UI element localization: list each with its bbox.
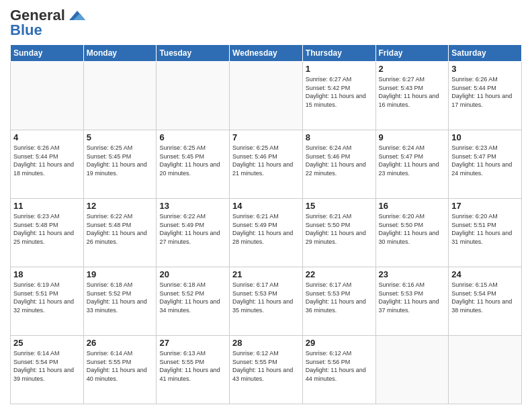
calendar-cell: 3Sunrise: 6:26 AM Sunset: 5:44 PM Daylig… bbox=[449, 62, 522, 130]
day-info: Sunrise: 6:15 AM Sunset: 5:54 PM Dayligh… bbox=[451, 281, 512, 314]
calendar-cell: 15Sunrise: 6:21 AM Sunset: 5:50 PM Dayli… bbox=[302, 199, 375, 267]
header: General Blue bbox=[10, 7, 522, 39]
day-info: Sunrise: 6:21 AM Sunset: 5:50 PM Dayligh… bbox=[306, 213, 366, 245]
day-info: Sunrise: 6:18 AM Sunset: 5:52 PM Dayligh… bbox=[159, 281, 220, 314]
weekday-header-sunday: Sunday bbox=[11, 45, 84, 62]
day-number: 14 bbox=[232, 201, 300, 211]
day-number: 2 bbox=[379, 64, 446, 74]
day-number: 25 bbox=[13, 338, 81, 348]
calendar-cell bbox=[449, 336, 522, 404]
page: General Blue SundayMondayTuesdayWednesda… bbox=[0, 0, 532, 411]
day-info: Sunrise: 6:23 AM Sunset: 5:48 PM Dayligh… bbox=[13, 213, 74, 245]
day-info: Sunrise: 6:12 AM Sunset: 5:56 PM Dayligh… bbox=[306, 350, 366, 382]
day-info: Sunrise: 6:26 AM Sunset: 5:44 PM Dayligh… bbox=[451, 76, 512, 108]
day-number: 21 bbox=[232, 269, 300, 279]
day-number: 15 bbox=[306, 201, 373, 211]
day-number: 28 bbox=[232, 338, 300, 348]
weekday-header-wednesday: Wednesday bbox=[230, 45, 303, 62]
day-info: Sunrise: 6:13 AM Sunset: 5:55 PM Dayligh… bbox=[159, 350, 220, 382]
calendar-cell: 6Sunrise: 6:25 AM Sunset: 5:45 PM Daylig… bbox=[157, 130, 230, 199]
day-number: 24 bbox=[451, 269, 519, 279]
day-number: 3 bbox=[451, 64, 519, 74]
logo: General Blue bbox=[10, 7, 88, 39]
day-info: Sunrise: 6:27 AM Sunset: 5:43 PM Dayligh… bbox=[379, 76, 439, 108]
weekday-header-thursday: Thursday bbox=[302, 45, 375, 62]
calendar-cell: 16Sunrise: 6:20 AM Sunset: 5:50 PM Dayli… bbox=[375, 199, 449, 267]
calendar-cell: 8Sunrise: 6:24 AM Sunset: 5:46 PM Daylig… bbox=[302, 130, 375, 199]
day-number: 8 bbox=[306, 132, 373, 142]
calendar-cell bbox=[11, 62, 84, 130]
calendar-cell: 12Sunrise: 6:22 AM Sunset: 5:48 PM Dayli… bbox=[83, 199, 157, 267]
logo-icon bbox=[66, 8, 88, 23]
calendar-cell: 7Sunrise: 6:25 AM Sunset: 5:46 PM Daylig… bbox=[230, 130, 303, 199]
weekday-header-friday: Friday bbox=[375, 45, 449, 62]
calendar-cell: 26Sunrise: 6:14 AM Sunset: 5:55 PM Dayli… bbox=[83, 336, 157, 404]
day-info: Sunrise: 6:24 AM Sunset: 5:47 PM Dayligh… bbox=[379, 144, 439, 177]
weekday-header-row: SundayMondayTuesdayWednesdayThursdayFrid… bbox=[11, 45, 522, 62]
day-info: Sunrise: 6:25 AM Sunset: 5:45 PM Dayligh… bbox=[159, 144, 220, 177]
calendar-cell: 25Sunrise: 6:14 AM Sunset: 5:54 PM Dayli… bbox=[11, 336, 84, 404]
calendar-row-3: 11Sunrise: 6:23 AM Sunset: 5:48 PM Dayli… bbox=[11, 199, 522, 267]
weekday-header-saturday: Saturday bbox=[449, 45, 522, 62]
calendar-cell: 28Sunrise: 6:12 AM Sunset: 5:55 PM Dayli… bbox=[230, 336, 303, 404]
day-number: 4 bbox=[13, 132, 81, 142]
day-number: 5 bbox=[87, 132, 154, 142]
day-number: 27 bbox=[159, 338, 226, 348]
calendar-cell: 18Sunrise: 6:19 AM Sunset: 5:51 PM Dayli… bbox=[11, 267, 84, 336]
day-info: Sunrise: 6:22 AM Sunset: 5:49 PM Dayligh… bbox=[159, 213, 220, 245]
logo-blue: Blue bbox=[10, 21, 42, 39]
day-number: 1 bbox=[306, 64, 373, 74]
day-info: Sunrise: 6:14 AM Sunset: 5:55 PM Dayligh… bbox=[87, 350, 147, 382]
calendar-cell bbox=[83, 62, 157, 130]
day-info: Sunrise: 6:21 AM Sunset: 5:49 PM Dayligh… bbox=[232, 213, 293, 245]
day-number: 12 bbox=[87, 201, 154, 211]
day-number: 20 bbox=[159, 269, 226, 279]
calendar-cell: 17Sunrise: 6:20 AM Sunset: 5:51 PM Dayli… bbox=[449, 199, 522, 267]
day-info: Sunrise: 6:19 AM Sunset: 5:51 PM Dayligh… bbox=[13, 281, 74, 314]
day-info: Sunrise: 6:17 AM Sunset: 5:53 PM Dayligh… bbox=[232, 281, 293, 314]
day-number: 10 bbox=[451, 132, 519, 142]
day-number: 7 bbox=[232, 132, 300, 142]
calendar-cell: 4Sunrise: 6:26 AM Sunset: 5:44 PM Daylig… bbox=[11, 130, 84, 199]
calendar-cell: 11Sunrise: 6:23 AM Sunset: 5:48 PM Dayli… bbox=[11, 199, 84, 267]
day-info: Sunrise: 6:26 AM Sunset: 5:44 PM Dayligh… bbox=[13, 144, 74, 177]
calendar-cell: 20Sunrise: 6:18 AM Sunset: 5:52 PM Dayli… bbox=[157, 267, 230, 336]
calendar-cell bbox=[375, 336, 449, 404]
calendar-cell: 21Sunrise: 6:17 AM Sunset: 5:53 PM Dayli… bbox=[230, 267, 303, 336]
calendar-cell: 1Sunrise: 6:27 AM Sunset: 5:42 PM Daylig… bbox=[302, 62, 375, 130]
calendar-cell: 23Sunrise: 6:16 AM Sunset: 5:53 PM Dayli… bbox=[375, 267, 449, 336]
weekday-header-monday: Monday bbox=[83, 45, 157, 62]
day-number: 18 bbox=[13, 269, 81, 279]
day-info: Sunrise: 6:25 AM Sunset: 5:45 PM Dayligh… bbox=[87, 144, 147, 177]
day-number: 6 bbox=[159, 132, 226, 142]
day-info: Sunrise: 6:23 AM Sunset: 5:47 PM Dayligh… bbox=[451, 144, 512, 177]
calendar-row-5: 25Sunrise: 6:14 AM Sunset: 5:54 PM Dayli… bbox=[11, 336, 522, 404]
day-info: Sunrise: 6:27 AM Sunset: 5:42 PM Dayligh… bbox=[306, 76, 366, 108]
calendar-row-1: 1Sunrise: 6:27 AM Sunset: 5:42 PM Daylig… bbox=[11, 62, 522, 130]
day-number: 22 bbox=[306, 269, 373, 279]
day-number: 19 bbox=[87, 269, 154, 279]
day-number: 11 bbox=[13, 201, 81, 211]
calendar-cell: 27Sunrise: 6:13 AM Sunset: 5:55 PM Dayli… bbox=[157, 336, 230, 404]
day-info: Sunrise: 6:22 AM Sunset: 5:48 PM Dayligh… bbox=[87, 213, 147, 245]
calendar-row-2: 4Sunrise: 6:26 AM Sunset: 5:44 PM Daylig… bbox=[11, 130, 522, 199]
calendar-cell: 5Sunrise: 6:25 AM Sunset: 5:45 PM Daylig… bbox=[83, 130, 157, 199]
day-number: 16 bbox=[379, 201, 446, 211]
calendar-cell bbox=[157, 62, 230, 130]
day-info: Sunrise: 6:18 AM Sunset: 5:52 PM Dayligh… bbox=[87, 281, 147, 314]
calendar-row-4: 18Sunrise: 6:19 AM Sunset: 5:51 PM Dayli… bbox=[11, 267, 522, 336]
day-info: Sunrise: 6:25 AM Sunset: 5:46 PM Dayligh… bbox=[232, 144, 293, 177]
day-number: 9 bbox=[379, 132, 446, 142]
calendar-cell: 13Sunrise: 6:22 AM Sunset: 5:49 PM Dayli… bbox=[157, 199, 230, 267]
day-number: 13 bbox=[159, 201, 226, 211]
calendar-cell: 10Sunrise: 6:23 AM Sunset: 5:47 PM Dayli… bbox=[449, 130, 522, 199]
calendar-cell bbox=[230, 62, 303, 130]
calendar-table: SundayMondayTuesdayWednesdayThursdayFrid… bbox=[10, 44, 522, 404]
calendar-cell: 19Sunrise: 6:18 AM Sunset: 5:52 PM Dayli… bbox=[83, 267, 157, 336]
calendar-cell: 22Sunrise: 6:17 AM Sunset: 5:53 PM Dayli… bbox=[302, 267, 375, 336]
calendar-cell: 9Sunrise: 6:24 AM Sunset: 5:47 PM Daylig… bbox=[375, 130, 449, 199]
calendar-cell: 29Sunrise: 6:12 AM Sunset: 5:56 PM Dayli… bbox=[302, 336, 375, 404]
day-number: 17 bbox=[451, 201, 519, 211]
day-info: Sunrise: 6:12 AM Sunset: 5:55 PM Dayligh… bbox=[232, 350, 293, 382]
day-info: Sunrise: 6:20 AM Sunset: 5:51 PM Dayligh… bbox=[451, 213, 512, 245]
